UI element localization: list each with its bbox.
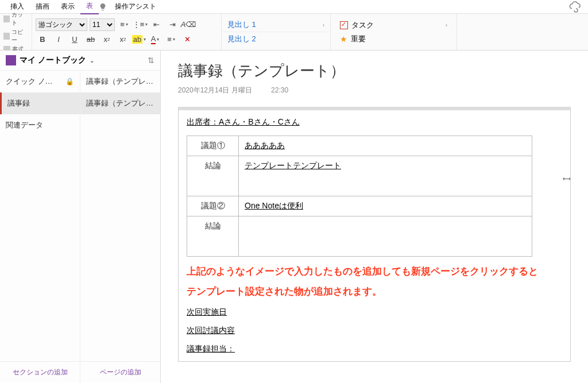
ribbon: カット コピー 書式 游ゴシック 11 ≡ ⋮≡ ⇤ ⇥ A⌫ B I U ab…: [0, 14, 588, 51]
italic-button[interactable]: I: [52, 33, 65, 46]
tab-table[interactable]: 表: [80, 0, 99, 14]
agenda-table[interactable]: 議題①あああああ 結論テンプレートテンプレート 議題②One Noteは便利 結…: [187, 136, 532, 257]
clipboard-group: カット コピー 書式: [0, 14, 32, 50]
table-cell[interactable]: 結論: [187, 156, 239, 196]
indent-button[interactable]: ⇥: [165, 18, 179, 31]
main-area: マイ ノートブック ⌄ ⇅ クイック ノ…🔒 議事録 関連データ 議事録（テンプ…: [0, 51, 588, 383]
cut-button[interactable]: カット: [3, 10, 28, 28]
style-heading2[interactable]: 見出し 2: [222, 32, 330, 46]
tag-task[interactable]: タスク›: [334, 18, 453, 32]
page-time: 22:30: [271, 86, 288, 94]
page-content[interactable]: 議事録（テンプレート） 2020年12月14日 月曜日 22:30 ⟷ 出席者：…: [161, 51, 588, 383]
font-color-button[interactable]: A: [148, 33, 162, 46]
lightbulb-icon: [99, 3, 107, 11]
checkbox-icon: [340, 21, 348, 29]
bold-button[interactable]: B: [36, 33, 49, 46]
strike-button[interactable]: ab: [84, 33, 98, 46]
tag-important[interactable]: ★重要: [334, 32, 453, 46]
page-title[interactable]: 議事録（テンプレート）: [178, 61, 571, 81]
add-section-button[interactable]: セクションの追加: [0, 362, 80, 383]
star-icon: ★: [340, 34, 347, 44]
notebook-header[interactable]: マイ ノートブック ⌄ ⇅: [0, 51, 160, 71]
tab-draw[interactable]: 描画: [30, 0, 55, 14]
lock-icon: 🔒: [65, 78, 74, 86]
chevron-down-icon: ⌄: [90, 57, 94, 64]
annotation-text: 上記のようなイメージで入力したものを追加しても新規ページをクリックすると: [187, 264, 562, 279]
next-date-line[interactable]: 次回実施日: [187, 307, 562, 318]
table-cell[interactable]: 結論: [187, 216, 239, 257]
table-cell[interactable]: あああああ: [239, 136, 532, 156]
page-meta: 2020年12月14日 月曜日 22:30: [178, 86, 571, 95]
table-cell[interactable]: One Noteは便利: [239, 196, 532, 216]
chevron-right-icon: ›: [446, 22, 447, 28]
superscript-button[interactable]: x2: [116, 33, 130, 46]
next-topic-line[interactable]: 次回討議内容: [187, 326, 562, 336]
tags-group: タスク› ★重要: [331, 14, 457, 50]
add-page-button[interactable]: ページの追加: [80, 362, 160, 383]
underline-button[interactable]: U: [68, 33, 82, 46]
tab-assist[interactable]: 操作アシスト: [109, 0, 162, 14]
notebook-icon: [6, 55, 16, 65]
outdent-button[interactable]: ⇤: [149, 18, 163, 31]
styles-group: 見出し 1› 見出し 2: [222, 14, 331, 50]
menu-tabs: 挿入 描画 表示 表 操作アシスト: [0, 0, 588, 14]
table-cell[interactable]: [239, 216, 532, 257]
section-item[interactable]: クイック ノ…🔒: [0, 71, 80, 92]
numbering-button[interactable]: ⋮≡: [133, 18, 147, 31]
table-cell[interactable]: 議題①: [187, 136, 239, 156]
notebook-title: マイ ノートブック: [20, 55, 86, 65]
attendees-line[interactable]: 出席者：Aさん・Bさん・Cさん: [187, 117, 562, 127]
style-heading1[interactable]: 見出し 1›: [222, 18, 330, 32]
subscript-button[interactable]: x2: [100, 33, 114, 46]
recorder-line[interactable]: 議事録担当：: [187, 344, 562, 354]
sort-icon[interactable]: ⇅: [148, 56, 154, 65]
copy-icon: [3, 33, 10, 40]
scissors-icon: [3, 16, 10, 22]
page-item[interactable]: 議事録（テンプレ…: [80, 92, 160, 114]
align-button[interactable]: ≡: [164, 33, 178, 46]
note-container[interactable]: 出席者：Aさん・Bさん・Cさん 議題①あああああ 結論テンプレートテンプレート …: [178, 107, 571, 362]
page-item[interactable]: 議事録（テンプレ…: [80, 71, 160, 92]
page-date: 2020年12月14日 月曜日: [178, 86, 252, 94]
table-cell[interactable]: 議題②: [187, 196, 239, 216]
sidebar: マイ ノートブック ⌄ ⇅ クイック ノ…🔒 議事録 関連データ 議事録（テンプ…: [0, 51, 161, 383]
annotation-text: テンプレート設定された物が追加されます。: [187, 284, 562, 299]
section-item[interactable]: 関連データ: [0, 114, 80, 136]
delete-button[interactable]: ✕: [180, 33, 194, 46]
highlight-button[interactable]: ab: [132, 33, 146, 46]
formatting-group: 游ゴシック 11 ≡ ⋮≡ ⇤ ⇥ A⌫ B I U ab x2 x2 ab A…: [32, 14, 222, 50]
section-item[interactable]: 議事録: [0, 92, 80, 114]
chevron-right-icon: ›: [323, 22, 324, 28]
table-cell[interactable]: テンプレートテンプレート: [239, 156, 532, 196]
copy-button[interactable]: コピー: [3, 28, 28, 45]
cloud-sync-icon[interactable]: [568, 0, 582, 14]
font-size-select[interactable]: 11: [90, 18, 115, 31]
pages-list: 議事録（テンプレ… 議事録（テンプレ…: [80, 71, 160, 361]
sections-list: クイック ノ…🔒 議事録 関連データ: [0, 71, 80, 361]
tab-view[interactable]: 表示: [55, 0, 80, 14]
add-row: セクションの追加 ページの追加: [0, 361, 160, 383]
bullets-button[interactable]: ≡: [117, 18, 131, 31]
font-name-select[interactable]: 游ゴシック: [36, 18, 87, 31]
clear-format-button[interactable]: A⌫: [181, 18, 195, 31]
